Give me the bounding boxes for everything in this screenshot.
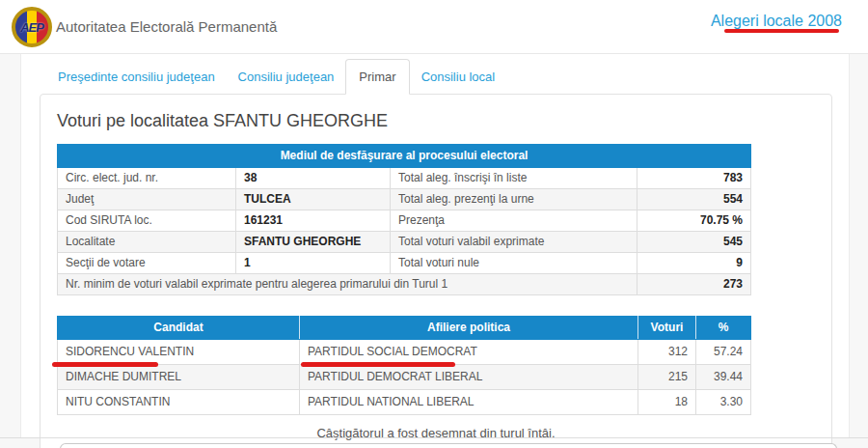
candidate-name: DIMACHE DUMITREL [58, 365, 300, 390]
table-row-min-votes: Nr. minim de voturi valabil exprimate pe… [58, 274, 751, 295]
tab-consiliu-local[interactable]: Consiliu local [410, 59, 507, 95]
table-row: Cod SIRUTA loc. 161231 Prezenţa 70.75 % [58, 210, 751, 232]
bottom-divider [0, 437, 868, 438]
row-label: Localitate [58, 232, 236, 253]
column-header-candidat: Candidat [58, 317, 300, 340]
logo-link[interactable]: AEP [12, 7, 52, 47]
candidate-row: SIDORENCU VALENTIN PARTIDUL SOCIAL DEMOC… [58, 340, 751, 365]
table-row: Localitate SFANTU GHEORGHE Total voturi … [58, 232, 751, 253]
annotation-underline-candidate [52, 362, 158, 367]
row-value: 554 [637, 189, 751, 210]
row-label: Judeţ [58, 189, 236, 210]
candidate-party: PARTIDUL SOCIAL DEMOCRAT [300, 340, 638, 365]
row-value: SFANTU GHEORGHE [236, 232, 391, 253]
row-label: Prezenţa [391, 210, 637, 232]
row-label: Circ. elect. jud. nr. [58, 168, 236, 189]
election-year-link[interactable]: Alegeri locale 2008 [711, 13, 842, 30]
candidate-votes: 215 [638, 365, 696, 390]
aep-logo-monogram: AEP [20, 20, 43, 35]
row-value: TULCEA [236, 189, 391, 210]
annotation-underline-election-link [724, 29, 839, 33]
row-value: 545 [637, 232, 751, 253]
candidate-party: PARTIDUL NATIONAL LIBERAL [300, 390, 638, 415]
row-label: Total aleg. înscrişi în liste [391, 168, 637, 189]
row-value: 161231 [236, 210, 391, 232]
candidate-percent: 3.30 [696, 390, 751, 415]
row-value: 273 [637, 274, 751, 295]
candidates-table-header-row: Candidat Afiliere politica Voturi % [58, 317, 751, 340]
row-label: Total aleg. prezenţi la urne [391, 189, 637, 210]
table-row: Judeţ TULCEA Total aleg. prezenţi la urn… [58, 189, 751, 210]
annotation-underline-party [301, 362, 455, 367]
summary-table-header-row: Mediul de desfăşurare al procesului elec… [58, 145, 751, 168]
row-label: Secţii de votare [58, 253, 236, 274]
column-header-afiliere: Afiliere politica [300, 317, 638, 340]
row-value: 38 [236, 168, 391, 189]
candidate-name: SIDORENCU VALENTIN [58, 340, 300, 365]
content-container: Preşedinte consiliu judeţean Consiliu ju… [20, 54, 850, 437]
row-value: 70.75 % [637, 210, 751, 232]
row-label: Total voturi valabil exprimate [391, 232, 637, 253]
column-header-voturi: Voturi [638, 317, 696, 340]
row-label: Total voturi nule [391, 253, 637, 274]
row-value: 783 [637, 168, 751, 189]
tab-consiliu-judetean[interactable]: Consiliu judeţean [227, 59, 346, 95]
aep-logo-icon: AEP [12, 7, 52, 47]
summary-table-title: Mediul de desfăşurare al procesului elec… [58, 145, 751, 168]
candidate-votes: 312 [638, 340, 696, 365]
table-row: Circ. elect. jud. nr. 38 Total aleg. îns… [58, 168, 751, 189]
tab-bar: Preşedinte consiliu judeţean Consiliu ju… [46, 54, 506, 94]
tab-presedinte-consiliu-judetean[interactable]: Preşedinte consiliu judeţean [46, 59, 227, 95]
candidate-percent: 39.44 [696, 365, 751, 390]
app-header: AEP Autoritatea Electorală Permanentă Al… [0, 0, 868, 54]
app-title: Autoritatea Electorală Permanentă [56, 18, 277, 35]
candidate-row: NITU CONSTANTIN PARTIDUL NATIONAL LIBERA… [58, 390, 751, 415]
row-label: Cod SIRUTA loc. [58, 210, 236, 232]
column-header-percent: % [696, 317, 751, 340]
candidate-name: NITU CONSTANTIN [58, 390, 300, 415]
candidate-percent: 57.24 [696, 340, 751, 365]
candidate-votes: 18 [638, 390, 696, 415]
page-title: Voturi pe localitatea SFANTU GHEORGHE [57, 111, 815, 131]
next-section-card [60, 443, 837, 448]
row-value: 9 [637, 253, 751, 274]
candidate-row: DIMACHE DUMITREL PARTIDUL DEMOCRAT LIBER… [58, 365, 751, 390]
row-label: Nr. minim de voturi valabil exprimate pe… [58, 274, 637, 295]
summary-table: Mediul de desfăşurare al procesului elec… [57, 144, 751, 295]
row-value: 1 [236, 253, 391, 274]
table-row: Secţii de votare 1 Total voturi nule 9 [58, 253, 751, 274]
tab-primar[interactable]: Primar [345, 59, 409, 95]
results-panel: Voturi pe localitatea SFANTU GHEORGHE Me… [40, 94, 832, 448]
candidate-party: PARTIDUL DEMOCRAT LIBERAL [300, 365, 638, 390]
